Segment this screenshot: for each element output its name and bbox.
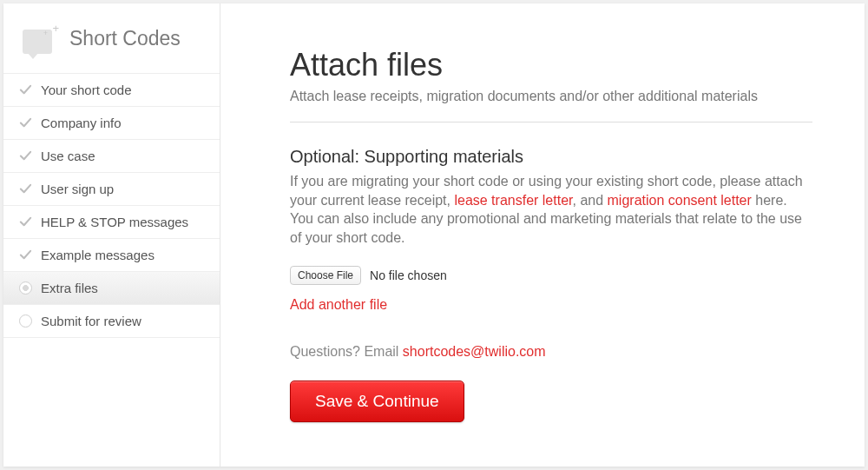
save-continue-button[interactable]: Save & Continue: [290, 381, 464, 422]
check-icon: [19, 182, 32, 195]
sidebar-header: + + Short Codes: [3, 3, 220, 73]
sidebar-item-use-case[interactable]: Use case: [3, 139, 220, 172]
section-description: If you are migrating your short code or …: [290, 172, 812, 247]
sidebar: + + Short Codes Your short code Company …: [3, 3, 220, 467]
sidebar-item-label: Extra files: [41, 281, 98, 295]
check-icon: [19, 116, 32, 129]
radio-active-icon: [19, 281, 32, 295]
check-icon: [19, 215, 32, 228]
questions-line: Questions? Email shortcodes@twilio.com: [290, 344, 812, 360]
file-upload-row: Choose File No file chosen: [290, 266, 812, 285]
sidebar-item-help-stop-messages[interactable]: HELP & STOP messages: [3, 205, 220, 238]
add-another-file-link[interactable]: Add another file: [290, 297, 387, 313]
sidebar-item-company-info[interactable]: Company info: [3, 106, 220, 139]
sidebar-nav: Your short code Company info Use case Us…: [3, 73, 220, 338]
sidebar-item-extra-files[interactable]: Extra files: [3, 271, 220, 304]
choose-file-button[interactable]: Choose File: [290, 266, 361, 285]
sidebar-item-label: Company info: [41, 116, 122, 130]
desc-text: , and: [573, 193, 608, 208]
sidebar-item-your-short-code[interactable]: Your short code: [3, 73, 220, 106]
support-email-link[interactable]: shortcodes@twilio.com: [403, 344, 546, 359]
short-codes-logo-icon: + +: [23, 23, 59, 54]
sidebar-item-submit-for-review[interactable]: Submit for review: [3, 304, 220, 338]
check-icon: [19, 149, 32, 162]
app-shell: + + Short Codes Your short code Company …: [3, 3, 865, 467]
sidebar-item-label: Submit for review: [41, 314, 141, 328]
sidebar-item-label: User sign up: [41, 182, 114, 196]
radio-empty-icon: [19, 314, 32, 328]
page-title: Attach files: [290, 47, 812, 83]
check-icon: [19, 83, 32, 96]
sidebar-title: Short Codes: [69, 27, 181, 50]
check-icon: [19, 248, 32, 261]
main-content: Attach files Attach lease receipts, migr…: [220, 3, 865, 467]
file-status-text: No file chosen: [370, 268, 447, 282]
section-title: Optional: Supporting materials: [290, 147, 812, 167]
sidebar-item-label: Your short code: [41, 83, 132, 97]
sidebar-item-user-sign-up[interactable]: User sign up: [3, 172, 220, 205]
sidebar-item-label: Example messages: [41, 248, 155, 262]
lease-transfer-letter-link[interactable]: lease transfer letter: [454, 193, 572, 208]
sidebar-item-example-messages[interactable]: Example messages: [3, 238, 220, 271]
page-subtitle: Attach lease receipts, migration documen…: [290, 89, 812, 122]
migration-consent-letter-link[interactable]: migration consent letter: [608, 193, 752, 208]
questions-prefix: Questions? Email: [290, 344, 403, 359]
sidebar-item-label: HELP & STOP messages: [41, 215, 188, 229]
sidebar-item-label: Use case: [41, 149, 95, 163]
